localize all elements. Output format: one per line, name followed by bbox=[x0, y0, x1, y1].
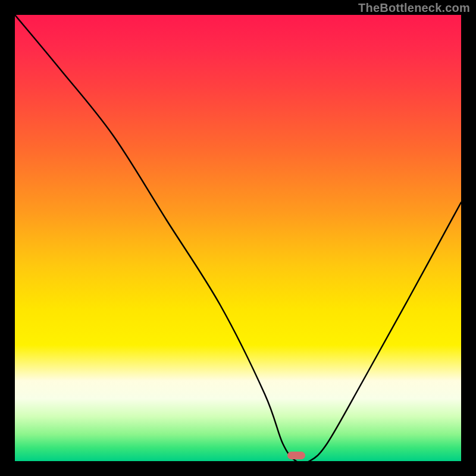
bottleneck-curve bbox=[15, 15, 461, 461]
optimal-marker bbox=[287, 452, 305, 459]
curve-path bbox=[15, 15, 461, 461]
chart-frame: TheBottleneck.com bbox=[0, 0, 476, 476]
plot-area bbox=[15, 15, 461, 461]
watermark-text: TheBottleneck.com bbox=[358, 1, 470, 15]
